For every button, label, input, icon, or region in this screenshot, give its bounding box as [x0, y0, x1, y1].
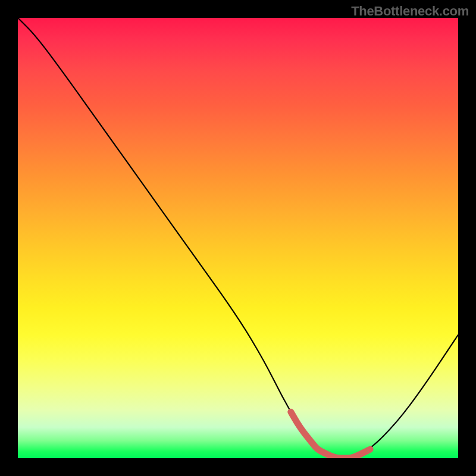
bottleneck-curve: [18, 18, 458, 458]
watermark-text: TheBottleneck.com: [351, 4, 469, 19]
highlight-segment: [291, 412, 370, 458]
plot-area: [18, 18, 458, 458]
curve-svg: [18, 18, 458, 458]
chart-container: TheBottleneck.com: [0, 0, 476, 476]
